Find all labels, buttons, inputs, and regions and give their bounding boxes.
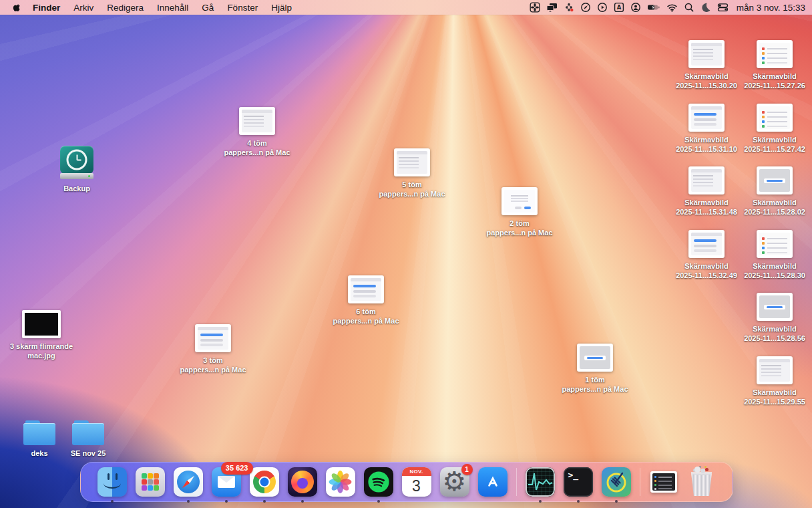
window-icon xyxy=(394,148,430,176)
dock-item-app-store[interactable] xyxy=(478,467,508,497)
menu-bar: FinderArkivRedigeraInnehållGåFönsterHjäl… xyxy=(0,0,812,15)
desktop-item-trash-note-5[interactable]: 5 tömpappers...n på Mac xyxy=(372,148,452,199)
desktop-item-screenshot-15-28-02[interactable]: Skärmavbild2025-11...15.28.02 xyxy=(735,166,812,217)
finder-icon xyxy=(97,467,127,497)
battery-charging-icon[interactable] xyxy=(647,2,660,13)
wifi-icon[interactable] xyxy=(666,2,678,13)
file-label: 3 töm xyxy=(203,356,222,365)
dock-item-safari[interactable] xyxy=(174,467,203,497)
menubar-clock[interactable]: mån 3 nov. 15:33 xyxy=(737,3,805,13)
dialog-icon xyxy=(501,187,538,215)
dock-item-firefox[interactable] xyxy=(288,467,317,497)
file-label: Skärmavbild xyxy=(753,324,796,334)
file-label: 3 skärm flimrande xyxy=(10,342,73,351)
apple-menu[interactable] xyxy=(12,2,22,13)
app-cleaner-icon xyxy=(602,467,631,497)
photos-icon xyxy=(326,467,355,497)
trash-full-icon xyxy=(690,471,713,496)
dock-item-activity-monitor[interactable] xyxy=(526,467,555,497)
display-mirroring-icon[interactable] xyxy=(546,2,558,13)
file-label: Skärmavbild xyxy=(684,198,728,207)
file-label: Skärmavbild xyxy=(753,198,796,207)
desktop-item-screenshot-15-27-42[interactable]: Skärmavbild2025-11...15.27.42 xyxy=(735,104,812,154)
file-label: Skärmavbild xyxy=(753,135,796,144)
file-label: 1 töm xyxy=(585,375,604,384)
running-indicator xyxy=(111,500,114,503)
dock-item-calendar[interactable]: NOV. 3 xyxy=(402,467,431,497)
file-label: pappers...n på Mac xyxy=(180,365,246,374)
file-label: mac.jpg xyxy=(27,351,55,360)
file-label: Backup xyxy=(63,184,90,193)
file-label: pappers...n på Mac xyxy=(379,189,445,199)
file-label: Skärmavbild xyxy=(684,135,728,144)
firefox-icon xyxy=(288,467,317,497)
dock-item-photos[interactable] xyxy=(326,467,355,497)
activity-monitor-icon xyxy=(526,467,555,497)
file-label: Skärmavbild xyxy=(753,72,796,81)
focus-moon-icon[interactable] xyxy=(700,2,711,13)
menu-finder[interactable]: Finder xyxy=(26,3,67,13)
menu-gå[interactable]: Gå xyxy=(195,3,220,13)
colorwin-icon xyxy=(757,230,793,258)
desktop-item-screenshot-15-28-30[interactable]: Skärmavbild2025-11...15.28.30 xyxy=(735,230,812,280)
dock-item-launchpad[interactable] xyxy=(136,467,165,497)
menu-redigera[interactable]: Redigera xyxy=(100,3,150,13)
dock-separator xyxy=(516,468,517,496)
compass-icon[interactable] xyxy=(580,2,591,13)
user-account-icon[interactable] xyxy=(630,2,641,13)
window-icon xyxy=(239,107,275,135)
dock-item-trash[interactable] xyxy=(687,467,717,497)
desktop-item-screenshot-15-28-56[interactable]: Skärmavbild2025-11...15.28.56 xyxy=(735,293,812,343)
desktop-item-screenshot-15-27-26[interactable]: Skärmavbild2025-11...15.27.26 xyxy=(735,40,812,90)
winblue-icon xyxy=(348,275,384,303)
file-label: 2025-11...15.29.55 xyxy=(744,397,805,406)
file-label: 2 töm xyxy=(510,219,529,228)
window-icon xyxy=(688,40,725,68)
control-toggles-icon[interactable] xyxy=(717,2,729,13)
settings-badge: 1 xyxy=(461,464,473,475)
desktop-item-screen-flicker-jpg[interactable]: 3 skärm flimrandemac.jpg xyxy=(1,310,81,360)
dock-item-mail[interactable]: 35 623 xyxy=(212,467,241,497)
dock-item-app-cleaner[interactable] xyxy=(602,467,631,497)
share-tree-notification-icon[interactable] xyxy=(564,2,574,13)
desktop-item-folder-se-nov-25[interactable]: SE nov 25 xyxy=(48,420,128,458)
menu-arkiv[interactable]: Arkiv xyxy=(67,3,100,13)
calendar-icon: NOV. 3 xyxy=(402,467,431,497)
dock-item-chrome[interactable] xyxy=(250,467,279,497)
dock-item-terminal[interactable] xyxy=(564,467,593,497)
desktop-item-trash-note-2[interactable]: 2 tömpappers...n på Mac xyxy=(479,187,560,237)
file-label: 2025-11...15.30.20 xyxy=(676,81,737,90)
play-circle-icon[interactable] xyxy=(597,2,608,13)
app-store-icon xyxy=(478,467,508,497)
pinwheel-icon[interactable] xyxy=(530,2,540,13)
dock-item-system-settings[interactable]: 1 xyxy=(440,467,469,497)
dock-item-finder[interactable] xyxy=(97,467,127,497)
menu-hjälp[interactable]: Hjälp xyxy=(264,3,298,13)
window-icon xyxy=(688,166,725,195)
desktop[interactable]: Backup4 tömpappers...n på Mac5 tömpapper… xyxy=(0,15,812,508)
dock-item-minimized-window[interactable] xyxy=(649,467,678,497)
desktop-item-trash-note-6[interactable]: 6 tömpappers...n på Mac xyxy=(326,275,406,326)
menu-innehåll[interactable]: Innehåll xyxy=(150,3,195,13)
menu-fönster[interactable]: Fönster xyxy=(220,3,264,13)
file-label: pappers...n på Mac xyxy=(224,148,290,157)
spotlight-search-icon[interactable] xyxy=(684,2,694,13)
running-indicator xyxy=(539,500,542,503)
winblue-icon xyxy=(688,230,725,258)
running-indicator xyxy=(225,500,228,503)
desktop-item-trash-note-4[interactable]: 4 tömpappers...n på Mac xyxy=(217,107,297,157)
graywin-icon xyxy=(757,166,793,195)
file-label: Skärmavbild xyxy=(753,261,796,271)
desktop-item-trash-note-1[interactable]: 1 tömpappers...n på Mac xyxy=(555,344,635,394)
running-indicator xyxy=(577,500,580,503)
spotify-icon xyxy=(364,467,393,497)
file-label: pappers...n på Mac xyxy=(562,384,628,394)
window-icon xyxy=(757,356,793,384)
running-indicator xyxy=(615,500,618,503)
file-label: Skärmavbild xyxy=(684,261,728,271)
desktop-item-backup[interactable]: Backup xyxy=(37,146,117,193)
desktop-item-screenshot-15-29-55[interactable]: Skärmavbild2025-11...15.29.55 xyxy=(735,356,812,406)
desktop-item-trash-note-3[interactable]: 3 tömpappers...n på Mac xyxy=(173,324,253,374)
dock-item-spotify[interactable] xyxy=(364,467,393,497)
input-source-icon[interactable]: A xyxy=(614,2,624,13)
